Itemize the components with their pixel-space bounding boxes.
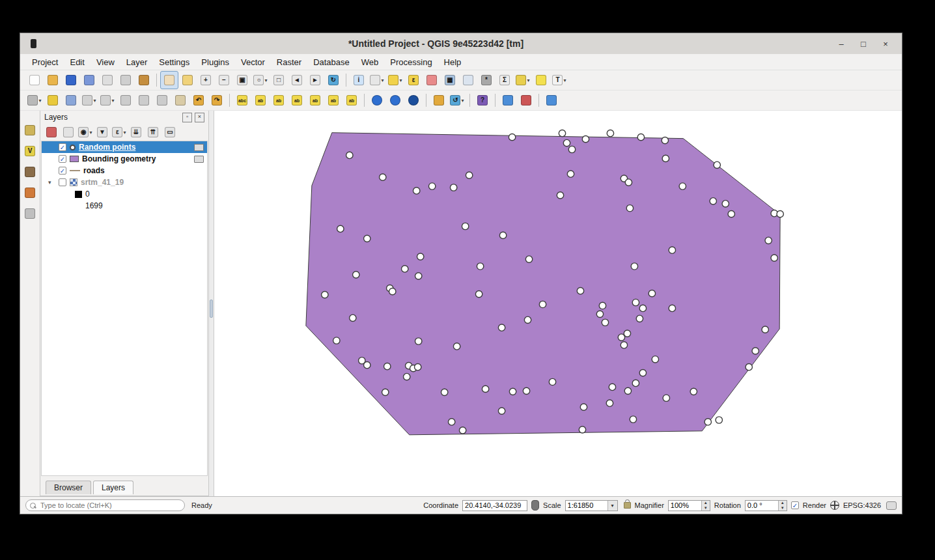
map-services-icon[interactable]	[386, 91, 404, 109]
menu-plugins[interactable]: Plugins	[196, 55, 234, 69]
dropdown-arrow-icon[interactable]: ▾	[111, 98, 114, 104]
tab-layers[interactable]: Layers	[93, 481, 133, 494]
scale-input[interactable]	[566, 501, 607, 509]
layer-checkbox[interactable]: ✓	[59, 167, 66, 175]
layer-checkbox[interactable]	[59, 178, 66, 186]
measure-icon[interactable]: ▾	[514, 71, 532, 89]
statistical-summary-icon[interactable]: Σ	[495, 71, 514, 89]
messages-icon[interactable]	[886, 501, 897, 510]
title-bar[interactable]: *Untitled Project - QGIS 9e45223d42 [tm]…	[20, 33, 902, 54]
add-vector-layer-icon[interactable]: V	[21, 142, 39, 160]
menu-processing[interactable]: Processing	[385, 55, 437, 69]
identify-features-icon[interactable]: i	[350, 71, 368, 89]
menu-project[interactable]: Project	[27, 55, 63, 69]
dropdown-arrow-icon[interactable]: ▾	[563, 77, 566, 83]
menu-edit[interactable]: Edit	[64, 55, 89, 69]
pin-labels-icon[interactable]: ab	[270, 91, 288, 109]
dropdown-arrow-icon[interactable]: ▾	[89, 130, 92, 135]
remove-layer-icon[interactable]: ▭	[161, 124, 178, 141]
menu-help[interactable]: Help	[439, 55, 467, 69]
layer-labeling-icon[interactable]: abc	[233, 91, 251, 109]
delete-selected-icon[interactable]	[117, 91, 135, 109]
save-project-icon[interactable]	[62, 71, 80, 89]
layer-checkbox[interactable]: ✓	[59, 155, 66, 163]
current-edits-icon[interactable]: ▾	[25, 91, 44, 109]
panel-splitter[interactable]	[209, 111, 214, 496]
coordinate-extent-toggle-icon[interactable]	[531, 500, 539, 511]
save-layer-edits-icon[interactable]	[62, 91, 80, 109]
copy-features-icon[interactable]	[153, 91, 171, 109]
redo-icon[interactable]: ↷	[208, 91, 226, 109]
zoom-out-icon[interactable]: −	[215, 71, 233, 89]
close-button[interactable]: ×	[880, 39, 891, 49]
magnifier-up-icon[interactable]: ▲	[702, 501, 710, 506]
highlight-pinned-labels-icon[interactable]: ab	[288, 91, 306, 109]
add-raster-layer-icon[interactable]	[21, 163, 39, 181]
elevation-profile-icon[interactable]	[542, 91, 561, 109]
select-by-expression-icon[interactable]: ε	[404, 71, 423, 89]
options-gear-icon[interactable]: *	[477, 71, 495, 89]
toggle-editing-icon[interactable]	[44, 91, 62, 109]
zoom-to-selection-icon[interactable]: ○▾	[251, 71, 270, 89]
menu-web[interactable]: Web	[356, 55, 384, 69]
layer-checkbox[interactable]: ✓	[59, 143, 66, 151]
zoom-in-icon[interactable]: +	[197, 71, 215, 89]
save-project-as-icon[interactable]	[80, 71, 98, 89]
splitter-handle[interactable]	[210, 300, 213, 318]
metasearch-icon[interactable]	[368, 91, 386, 109]
epsg-label[interactable]: EPSG:4326	[843, 501, 881, 509]
map-tips-icon[interactable]	[532, 71, 550, 89]
layer-row-0[interactable]: 0	[42, 188, 207, 200]
vertex-tool-icon[interactable]: ▾	[98, 91, 117, 109]
zoom-full-icon[interactable]: ▣	[233, 71, 251, 89]
open-project-icon[interactable]	[44, 71, 62, 89]
crs-globe-icon[interactable]	[830, 501, 839, 510]
menu-view[interactable]: View	[91, 55, 120, 69]
scale-combo[interactable]: ▾	[565, 500, 618, 511]
rotation-spinbox[interactable]: ▲▼	[745, 500, 787, 511]
zoom-to-layer-icon[interactable]: □	[270, 71, 288, 89]
filter-legend-icon[interactable]: ▼	[94, 124, 111, 141]
refresh-map-icon[interactable]: ↻	[324, 71, 342, 89]
help-contents-icon[interactable]: ?	[473, 91, 492, 109]
temporal-controller-icon[interactable]	[459, 71, 477, 89]
menu-layer[interactable]: Layer	[121, 55, 153, 69]
select-features-icon[interactable]: ▾	[386, 71, 404, 89]
menu-database[interactable]: Database	[308, 55, 355, 69]
panel-close-button[interactable]: ×	[195, 113, 204, 122]
layer-row-1699[interactable]: 1699	[42, 200, 207, 212]
dropdown-arrow-icon[interactable]: ▾	[93, 98, 96, 104]
data-source-manager-icon[interactable]	[21, 121, 39, 139]
osm-place-search-icon[interactable]	[430, 91, 448, 109]
lock-scale-icon[interactable]	[624, 502, 631, 509]
menu-vector[interactable]: Vector	[236, 55, 270, 69]
rotation-input[interactable]	[746, 501, 778, 509]
dropdown-arrow-icon[interactable]: ▾	[38, 98, 41, 104]
new-project-icon[interactable]	[25, 71, 44, 89]
scale-dropdown-icon[interactable]: ▾	[607, 501, 617, 511]
style-manager-icon[interactable]	[135, 71, 153, 89]
coordinate-input[interactable]	[462, 500, 527, 511]
geocoding-icon[interactable]	[404, 91, 423, 109]
layer-row-random-points[interactable]: ✓Random points	[42, 141, 207, 153]
expand-all-icon[interactable]: ⇊	[128, 124, 145, 141]
undo-icon[interactable]: ↶	[189, 91, 208, 109]
render-checkbox[interactable]: ✓	[791, 501, 799, 509]
map-canvas[interactable]	[214, 111, 902, 496]
open-layer-styling-icon[interactable]	[43, 124, 60, 141]
add-mesh-layer-icon[interactable]	[21, 184, 39, 202]
processing-toolbox-icon[interactable]	[499, 91, 517, 109]
add-delimited-text-layer-icon[interactable]	[21, 204, 39, 223]
collapse-all-icon[interactable]: ⇈	[145, 124, 161, 141]
add-group-icon[interactable]	[60, 124, 77, 141]
layer-row-roads[interactable]: ✓roads	[42, 165, 207, 176]
layer-row-srtm-41-19[interactable]: ▾srtm_41_19	[42, 176, 207, 188]
dropdown-arrow-icon[interactable]: ▾	[264, 77, 267, 83]
pan-map-icon[interactable]	[160, 71, 178, 89]
layout-manager-icon[interactable]	[117, 71, 135, 89]
change-label-icon[interactable]: ab	[342, 91, 361, 109]
menu-settings[interactable]: Settings	[154, 55, 195, 69]
locate-search-box[interactable]	[25, 499, 185, 511]
dropdown-arrow-icon[interactable]: ▾	[123, 130, 126, 135]
open-attribute-table-icon[interactable]: ▦	[441, 71, 459, 89]
